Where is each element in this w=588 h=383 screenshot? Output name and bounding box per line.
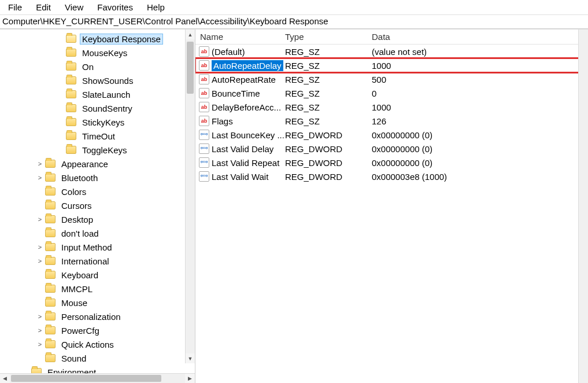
tree-item-cursors[interactable]: Cursors [0, 198, 195, 212]
value-data: 1000 [372, 102, 588, 112]
value-row-last-valid-wait[interactable]: ⁰¹¹⁰Last Valid WaitREG_DWORD0x000003e8 (… [195, 170, 588, 183]
values-list[interactable]: ab(Default)REG_SZ(value not set)abAutoRe… [195, 45, 588, 183]
value-type: REG_DWORD [285, 158, 372, 168]
scroll-right-icon[interactable]: ▶ [185, 374, 195, 384]
tree-vertical-scrollbar[interactable]: ▲ ▼ [185, 30, 195, 363]
value-row-autorepeatdelay[interactable]: abAutoRepeatDelayREG_SZ1000 [195, 58, 588, 72]
tree-item-appearance[interactable]: >Appearance [0, 157, 195, 171]
tree-item-soundsentry[interactable]: SoundSentry [0, 101, 195, 115]
menu-view[interactable]: View [60, 1, 88, 13]
tree-item-keyboard-response[interactable]: Keyboard Response [0, 32, 195, 46]
value-name: AutoRepeatRate [212, 75, 276, 84]
tree-item-mousekeys[interactable]: MouseKeys [0, 46, 195, 60]
tree-item-stickykeys[interactable]: StickyKeys [0, 115, 195, 129]
list-header[interactable]: Name Type Data [195, 30, 588, 45]
value-name: AutoRepeatDelay [212, 60, 283, 71]
expander-icon[interactable]: > [36, 215, 44, 223]
scroll-down-icon[interactable]: ▼ [186, 353, 195, 363]
expander-icon[interactable]: > [36, 326, 44, 334]
folder-icon [31, 368, 42, 373]
folder-icon [45, 271, 56, 279]
registry-tree[interactable]: Keyboard ResponseMouseKeysOnShowSoundsSl… [0, 30, 195, 373]
list-vertical-scrollbar[interactable] [578, 30, 588, 383]
tree-item-showsounds[interactable]: ShowSounds [0, 73, 195, 87]
expander-icon[interactable]: > [36, 174, 44, 182]
scroll-thumb-h[interactable] [11, 375, 161, 382]
folder-icon [45, 285, 56, 293]
tree-item-timeout[interactable]: TimeOut [0, 129, 195, 143]
column-header-type[interactable]: Type [285, 32, 372, 42]
tree-item-label: Keyboard [59, 270, 101, 281]
value-name: BounceTime [212, 89, 260, 98]
folder-icon [66, 118, 76, 126]
value-name: DelayBeforeAcc... [212, 102, 281, 112]
tree-item-desktop[interactable]: >Desktop [0, 212, 195, 226]
expander-icon[interactable]: > [36, 243, 44, 251]
expander-icon[interactable]: > [36, 160, 44, 168]
menu-file[interactable]: File [3, 1, 27, 13]
tree-item-sound[interactable]: Sound [0, 351, 195, 365]
expander-icon[interactable]: > [36, 257, 44, 265]
tree-horizontal-scrollbar[interactable]: ◀ ▶ [0, 373, 195, 383]
tree-item-colors[interactable]: Colors [0, 185, 195, 198]
string-value-icon: ab [199, 102, 209, 112]
value-row-flags[interactable]: abFlagsREG_SZ126 [195, 114, 588, 128]
tree-item-label: Cursors [59, 200, 94, 211]
string-value-icon: ab [199, 88, 209, 98]
tree-item-powercfg[interactable]: >PowerCfg [0, 323, 195, 337]
tree-item-quick-actions[interactable]: >Quick Actions [0, 337, 195, 351]
tree-item-bluetooth[interactable]: >Bluetooth [0, 171, 195, 185]
column-header-name[interactable]: Name [195, 32, 285, 42]
tree-item-label: MMCPL [59, 283, 95, 294]
value-row-last-bouncekey-[interactable]: ⁰¹¹⁰Last BounceKey ...REG_DWORD0x0000000… [195, 128, 588, 142]
tree-item-label: TimeOut [80, 131, 117, 142]
folder-icon [45, 299, 56, 307]
tree-item-label: Keyboard Response [80, 34, 163, 45]
scroll-up-icon[interactable]: ▲ [186, 30, 195, 39]
address-bar[interactable]: Computer\HKEY_CURRENT_USER\Control Panel… [0, 15, 588, 29]
folder-icon [45, 243, 56, 251]
string-value-icon: ab [199, 116, 209, 126]
column-header-data[interactable]: Data [372, 32, 588, 42]
folder-icon [66, 90, 76, 98]
value-row-last-valid-delay[interactable]: ⁰¹¹⁰Last Valid DelayREG_DWORD0x00000000 … [195, 142, 588, 156]
folder-icon [45, 201, 56, 209]
folder-icon [66, 104, 76, 112]
value-name: Last Valid Wait [212, 172, 268, 182]
tree-item-don-t-load[interactable]: don't load [0, 226, 195, 240]
value-row-bouncetime[interactable]: abBounceTimeREG_SZ0 [195, 86, 588, 100]
folder-icon [45, 229, 56, 237]
folder-icon [45, 174, 56, 182]
folder-icon [66, 146, 76, 154]
tree-item-label: ToggleKeys [80, 145, 130, 156]
folder-icon [45, 326, 56, 334]
tree-item-keyboard[interactable]: Keyboard [0, 268, 195, 282]
tree-item-environment[interactable]: Environment [0, 365, 195, 373]
value-row-delaybeforeacc-[interactable]: abDelayBeforeAcc...REG_SZ1000 [195, 100, 588, 114]
menu-favorites[interactable]: Favorites [93, 1, 138, 13]
tree-item-mouse[interactable]: Mouse [0, 296, 195, 310]
value-row--default-[interactable]: ab(Default)REG_SZ(value not set) [195, 45, 588, 58]
tree-item-slatelaunch[interactable]: SlateLaunch [0, 87, 195, 101]
scroll-left-icon[interactable]: ◀ [0, 374, 10, 384]
value-row-last-valid-repeat[interactable]: ⁰¹¹⁰Last Valid RepeatREG_DWORD0x00000000… [195, 156, 588, 170]
tree-item-mmcpl[interactable]: MMCPL [0, 282, 195, 296]
tree-item-label: StickyKeys [80, 117, 127, 128]
tree-item-input-method[interactable]: >Input Method [0, 240, 195, 254]
value-type: REG_SZ [285, 102, 372, 112]
tree-item-on[interactable]: On [0, 60, 195, 73]
value-data: 500 [372, 75, 588, 84]
tree-item-international[interactable]: >International [0, 254, 195, 268]
tree-item-togglekeys[interactable]: ToggleKeys [0, 143, 195, 157]
menu-help[interactable]: Help [142, 1, 169, 13]
value-row-autorepeatrate[interactable]: abAutoRepeatRateREG_SZ500 [195, 72, 588, 86]
expander-icon[interactable]: > [36, 312, 44, 321]
menu-bar: File Edit View Favorites Help [0, 0, 588, 15]
scroll-thumb[interactable] [187, 42, 194, 94]
expander-icon[interactable]: > [36, 340, 44, 348]
tree-item-personalization[interactable]: >Personalization [0, 310, 195, 323]
dword-value-icon: ⁰¹¹⁰ [199, 130, 209, 140]
value-type: REG_SZ [285, 61, 372, 71]
menu-edit[interactable]: Edit [31, 1, 56, 13]
value-name: Last Valid Delay [212, 144, 273, 154]
